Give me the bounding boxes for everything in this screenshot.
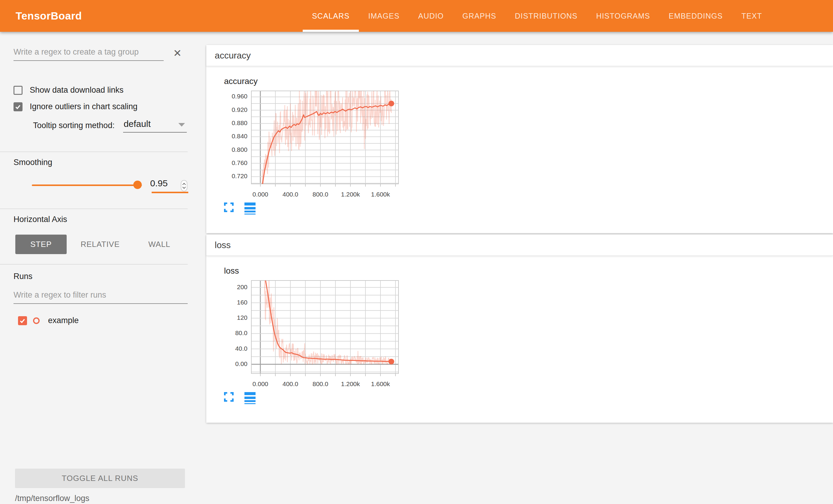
chart-title: accuracy [224,76,833,86]
relative-button[interactable]: RELATIVE [74,234,126,254]
main-content: accuracy accuracy 0.7200.7600.8000.8400.… [206,45,833,504]
chart-card: accuracy 0.7200.7600.8000.8400.8800.9200… [219,76,833,215]
tag-group-body: accuracy 0.7200.7600.8000.8400.8800.9200… [206,66,833,233]
smoothing-label: Smoothing [14,158,52,167]
svg-text:1.600k: 1.600k [371,191,390,198]
chevron-down-icon[interactable] [182,186,186,189]
svg-text:160: 160 [237,299,247,306]
accuracy-chart[interactable]: 0.7200.7600.8000.8400.8800.9200.9600.000… [219,88,406,200]
svg-text:0.760: 0.760 [232,159,247,166]
checkbox-label: Ignore outliers in chart scaling [30,102,138,111]
horizontal-axis-buttons: STEP RELATIVE WALL [15,234,193,254]
tooltip-sorting-row: Tooltip sorting method: default [33,119,187,133]
smoothing-slider[interactable] [32,184,142,186]
app-title: TensorBoard [16,10,82,22]
run-checkbox[interactable] [18,316,27,325]
checkbox-icon[interactable] [14,102,23,111]
chart-card: loss 0.0040.080.01201602000.000400.0800.… [219,266,833,404]
checkbox-label: Show data download links [30,85,123,95]
svg-text:1.200k: 1.200k [341,191,360,198]
run-filter-input[interactable] [14,291,188,304]
tab-text[interactable]: TEXT [732,0,771,32]
tab-images[interactable]: IMAGES [359,0,409,32]
runs-label: Runs [14,272,32,281]
svg-text:0.880: 0.880 [232,119,247,126]
svg-text:0.00: 0.00 [235,360,247,367]
run-color-indicator [33,318,40,324]
tab-bar: SCALARSIMAGESAUDIOGRAPHSDISTRIBUTIONSHIS… [303,0,771,32]
tab-histograms[interactable]: HISTOGRAMS [587,0,660,32]
svg-text:40.0: 40.0 [235,345,247,352]
tab-audio[interactable]: AUDIO [409,0,453,32]
fullscreen-expand-icon[interactable] [224,202,234,212]
horizontal-axis-label: Horizontal Axis [14,215,67,224]
horizontal-bars-icon[interactable] [244,392,256,404]
smoothing-slider-thumb[interactable] [133,181,142,189]
tab-scalars[interactable]: SCALARS [303,0,359,32]
toggle-all-runs-button[interactable]: TOGGLE ALL RUNS [15,469,185,488]
smoothing-stepper[interactable] [181,180,187,192]
svg-text:0.000: 0.000 [253,380,268,387]
run-filter-row [14,291,188,304]
divider [0,264,188,264]
svg-text:800.0: 800.0 [313,380,329,387]
chevron-down-icon [178,123,185,127]
fullscreen-expand-icon[interactable] [224,392,234,402]
horizontal-bars-icon[interactable] [244,202,256,215]
checkbox-icon[interactable] [14,86,23,95]
chart-title: loss [224,266,833,276]
svg-text:0.920: 0.920 [232,106,247,113]
tab-embeddings[interactable]: EMBEDDINGS [660,0,732,32]
show-download-links-checkbox-row[interactable]: Show data download links [14,85,123,95]
svg-text:0.000: 0.000 [253,191,268,198]
tab-graphs[interactable]: GRAPHS [453,0,506,32]
svg-text:400.0: 400.0 [283,191,299,198]
ignore-outliers-checkbox-row[interactable]: Ignore outliers in chart scaling [14,102,138,111]
svg-text:1.200k: 1.200k [341,380,360,387]
close-icon[interactable]: ✕ [173,48,182,58]
svg-text:1.600k: 1.600k [371,380,390,387]
wall-button[interactable]: WALL [134,234,185,254]
svg-text:400.0: 400.0 [283,380,299,387]
svg-text:0.840: 0.840 [232,133,247,140]
smoothing-value[interactable]: 0.95 [150,178,171,188]
dropdown-value: default [124,119,151,129]
chart-actions [224,202,833,215]
svg-text:0.960: 0.960 [232,93,247,100]
svg-text:120: 120 [237,314,247,321]
run-row[interactable]: example [18,316,79,325]
app-header: TensorBoard SCALARSIMAGESAUDIOGRAPHSDIST… [0,0,833,32]
svg-text:0.720: 0.720 [232,173,247,179]
tag-filter-row: ✕ [14,47,182,61]
tag-group-title: accuracy [215,50,251,60]
svg-text:0.800: 0.800 [232,146,247,153]
chart-actions [224,392,833,404]
loss-chart[interactable]: 0.0040.080.01201602000.000400.0800.01.20… [219,277,406,389]
tag-group-title: loss [215,240,231,250]
tag-group-header[interactable]: accuracy [206,45,833,66]
tooltip-sorting-dropdown[interactable]: default [123,119,187,133]
svg-text:200: 200 [237,283,247,291]
run-label: example [48,316,79,325]
svg-text:80.0: 80.0 [235,329,247,336]
tag-group-header[interactable]: loss [206,234,833,256]
chevron-up-icon[interactable] [182,183,186,185]
tag-group-section-loss: loss loss 0.0040.080.01201602000.000400.… [206,234,833,423]
smoothing-value-underline [152,192,188,193]
log-directory-path: /tmp/tensorflow_logs [15,494,90,503]
svg-text:800.0: 800.0 [313,191,329,198]
tag-group-body: loss 0.0040.080.01201602000.000400.0800.… [206,256,833,423]
tab-distributions[interactable]: DISTRIBUTIONS [506,0,587,32]
tag-filter-input[interactable] [14,47,164,61]
tag-group-section-accuracy: accuracy accuracy 0.7200.7600.8000.8400.… [206,45,833,233]
tooltip-sorting-label: Tooltip sorting method: [33,121,115,133]
divider [0,208,188,209]
sidebar: ✕ Show data download links Ignore outlie… [0,32,189,504]
step-button[interactable]: STEP [15,234,67,254]
divider [0,151,188,152]
